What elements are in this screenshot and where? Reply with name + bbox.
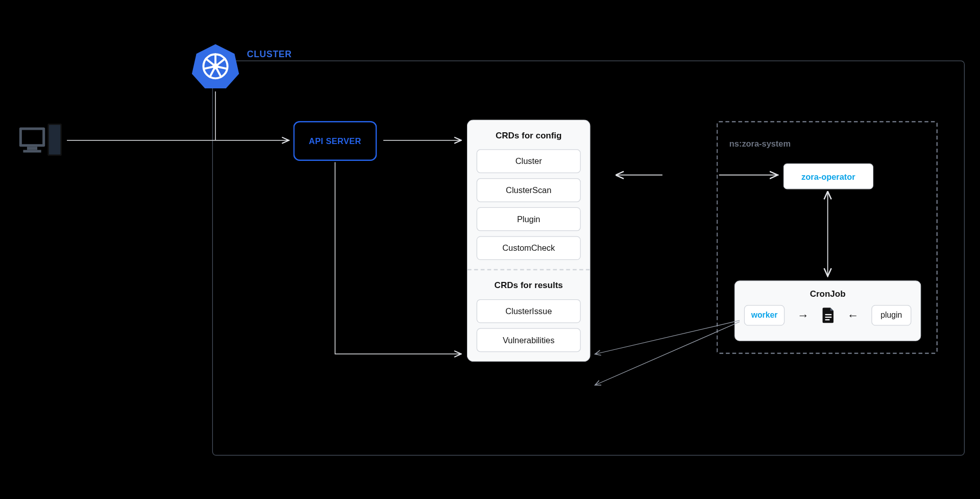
svg-rect-15 xyxy=(49,125,61,154)
crd-plugin: Plugin xyxy=(477,207,581,231)
api-server-label: API SERVER xyxy=(309,136,361,146)
zora-operator-label: zora-operator xyxy=(801,172,855,181)
crd-clusterscan: ClusterScan xyxy=(477,178,581,202)
svg-rect-13 xyxy=(23,150,41,153)
cronjob-worker: worker xyxy=(744,305,785,325)
crd-vulnerabilities: Vulnerabilities xyxy=(477,328,581,352)
cronjob-panel: CronJob worker → ← plugin xyxy=(734,280,921,341)
document-icon xyxy=(822,307,835,323)
namespace-label: ns:zora-system xyxy=(729,139,791,149)
svg-rect-16 xyxy=(825,314,831,315)
cluster-label: CLUSTER xyxy=(247,49,292,59)
crds-results-section: CRDs for results ClusterIssue Vulnerabil… xyxy=(468,270,590,361)
arrow-left-icon: ← xyxy=(847,308,859,322)
crd-clusterissue: ClusterIssue xyxy=(477,299,581,323)
cronjob-title: CronJob xyxy=(744,289,912,299)
crd-cluster: Cluster xyxy=(477,149,581,173)
api-server-box: API SERVER xyxy=(293,121,377,161)
cronjob-plugin: plugin xyxy=(871,305,911,325)
kubernetes-icon xyxy=(190,41,240,91)
svg-rect-18 xyxy=(825,319,829,320)
zora-operator-box: zora-operator xyxy=(783,163,873,189)
cronjob-row: worker → ← plugin xyxy=(744,305,912,325)
svg-rect-11 xyxy=(22,130,42,145)
crds-config-section: CRDs for config Cluster ClusterScan Plug… xyxy=(468,121,590,269)
crd-customcheck: CustomCheck xyxy=(477,236,581,260)
computer-icon xyxy=(18,124,63,160)
crds-config-heading: CRDs for config xyxy=(477,131,581,140)
svg-rect-12 xyxy=(27,147,37,150)
crds-results-heading: CRDs for results xyxy=(477,280,581,290)
arrow-right-icon: → xyxy=(797,308,809,322)
crds-panel: CRDs for config Cluster ClusterScan Plug… xyxy=(467,120,591,362)
svg-rect-17 xyxy=(825,317,831,318)
